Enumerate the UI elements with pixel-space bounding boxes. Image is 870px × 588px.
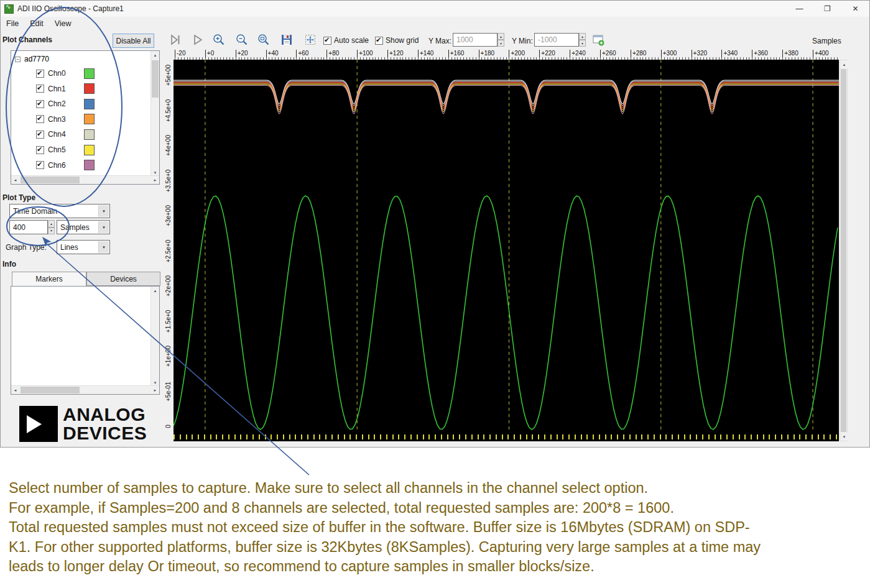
channel-checkbox[interactable] (36, 161, 44, 169)
channel-checkbox[interactable] (36, 115, 44, 123)
sample-count-field[interactable] (9, 220, 48, 234)
show-grid-option[interactable]: Show grid (375, 36, 419, 45)
channel-label: Chn2 (48, 99, 75, 108)
x-axis-tick-label: +160 (448, 50, 465, 58)
channel-color-swatch (84, 129, 95, 140)
scroll-left-icon[interactable]: ◄ (11, 176, 19, 184)
channel-row[interactable]: Chn5 (36, 142, 95, 157)
channel-checkbox[interactable] (36, 146, 44, 154)
y-min-label: Y Min: (512, 37, 533, 45)
save-icon[interactable] (280, 33, 294, 47)
step-capture-icon[interactable] (169, 33, 182, 47)
y-min-field[interactable] (534, 33, 579, 47)
scroll-up-icon[interactable]: ▲ (840, 60, 848, 68)
spin-down-icon[interactable]: ▼ (579, 40, 586, 47)
y-max-field[interactable] (453, 33, 497, 47)
channel-checkbox[interactable] (36, 131, 44, 139)
bottom-tick-ruler (174, 433, 839, 441)
channel-label: Chn6 (48, 161, 75, 170)
spin-up-icon[interactable]: ▲ (579, 33, 586, 40)
title-bar[interactable]: ADI IIO Oscilloscope - Capture1 — ❐ ✕ (1, 1, 869, 17)
show-grid-label: Show grid (386, 36, 419, 45)
y-axis-tick-label: +3e+00 (165, 197, 172, 234)
channel-row[interactable]: Chn0 (36, 66, 95, 81)
y-min-stepper: ▲ ▼ (579, 33, 586, 47)
pan-icon[interactable] (303, 33, 317, 47)
scroll-right-icon[interactable]: ► (151, 176, 159, 184)
channel-row[interactable]: Chn1 (36, 81, 95, 96)
spin-up-icon[interactable]: ▲ (497, 33, 504, 40)
scroll-up-icon[interactable]: ▲ (151, 51, 159, 59)
channel-list-hscrollbar[interactable]: ◄ ► (11, 175, 159, 184)
x-axis-tick-label: +140 (418, 50, 434, 58)
channel-label: Chn3 (48, 115, 75, 124)
auto-scale-checkbox[interactable] (323, 37, 331, 45)
menu-item-file[interactable]: File (1, 19, 24, 28)
tab-markers[interactable]: Markers (12, 272, 86, 286)
x-axis-tick-label: +340 (721, 50, 738, 58)
info-vscrollbar[interactable]: ▲ ▼ (150, 287, 159, 387)
zoom-fit-icon[interactable] (257, 33, 271, 47)
channel-checkbox[interactable] (36, 70, 44, 78)
y-max-input[interactable] (456, 35, 497, 44)
channel-row[interactable]: Chn4 (36, 127, 95, 142)
x-axis-tick-label: +180 (479, 50, 495, 58)
menu-item-view[interactable]: View (49, 19, 77, 28)
chevron-down-icon[interactable]: ▼ (98, 241, 109, 253)
chevron-down-icon[interactable]: ▼ (98, 205, 109, 217)
hscroll-thumb[interactable] (21, 177, 80, 183)
x-axis-tick-label: +260 (600, 50, 616, 58)
show-grid-checkbox[interactable] (375, 37, 383, 45)
annotation-line: For example, if Samples=200 and 8 channe… (9, 498, 761, 518)
x-axis-tick-label: +220 (539, 50, 555, 58)
close-icon[interactable]: ✕ (841, 1, 869, 17)
auto-scale-option[interactable]: Auto scale (323, 36, 369, 45)
play-icon[interactable] (191, 33, 205, 47)
vscroll-thumb[interactable] (841, 69, 846, 432)
channel-row[interactable]: Chn2 (36, 96, 95, 111)
plot-vscrollbar[interactable]: ▲ ▼ (840, 60, 848, 441)
channel-list-vscrollbar[interactable]: ▲ ▼ (150, 51, 159, 177)
restore-icon[interactable]: ❐ (813, 1, 841, 17)
y-axis-tick-label: +5e+00 (165, 57, 172, 94)
info-list: ▲ ▼ ◄ ► (11, 286, 160, 395)
annotation-line: Select number of samples to capture. Mak… (9, 479, 761, 498)
minimize-icon[interactable]: — (785, 1, 813, 17)
scroll-left-icon[interactable]: ◄ (11, 386, 19, 394)
new-plot-icon[interactable] (591, 33, 605, 47)
tab-devices[interactable]: Devices (86, 272, 160, 286)
sample-count-input[interactable] (13, 223, 47, 232)
graph-type-value: Lines (60, 243, 78, 252)
spin-down-icon[interactable]: ▼ (497, 40, 504, 47)
sample-unit-select[interactable]: Samples ▼ (57, 220, 110, 234)
disable-all-button[interactable]: Disable All (113, 34, 154, 48)
channel-label: Chn5 (48, 145, 75, 154)
spin-down-icon[interactable]: ▼ (48, 227, 55, 235)
plot-type-select[interactable]: Time Domain ▼ (9, 204, 110, 218)
tree-collapse-icon[interactable]: − (15, 57, 21, 62)
graph-type-select[interactable]: Lines ▼ (57, 240, 110, 254)
vscroll-thumb[interactable] (152, 60, 159, 98)
y-axis-tick-label: +5e-01 (165, 373, 172, 410)
zoom-in-icon[interactable] (212, 33, 226, 47)
scroll-up-icon[interactable]: ▲ (151, 287, 159, 295)
scroll-right-icon[interactable]: ► (151, 386, 159, 394)
channel-row[interactable]: Chn6 (36, 158, 95, 173)
channel-row[interactable]: Chn3 (36, 112, 95, 127)
zoom-out-icon[interactable] (235, 33, 249, 47)
waveform-plot[interactable] (174, 60, 839, 433)
x-axis-tick-label: +120 (387, 50, 404, 58)
y-max-label: Y Max: (428, 37, 451, 45)
channel-checkbox[interactable] (36, 85, 44, 93)
auto-scale-label: Auto scale (334, 36, 369, 45)
device-tree-row[interactable]: − ad7770 (15, 53, 49, 65)
hscroll-thumb[interactable] (21, 387, 80, 393)
menu-item-edit[interactable]: Edit (24, 19, 49, 28)
scroll-down-icon[interactable]: ▼ (840, 433, 848, 441)
channel-checkbox[interactable] (36, 100, 44, 108)
chevron-down-icon[interactable]: ▼ (98, 221, 109, 233)
info-hscrollbar[interactable]: ◄ ► (11, 385, 159, 394)
spin-up-icon[interactable]: ▲ (48, 220, 55, 227)
x-axis-tick-label: +200 (509, 50, 525, 58)
y-min-input[interactable] (538, 35, 578, 44)
